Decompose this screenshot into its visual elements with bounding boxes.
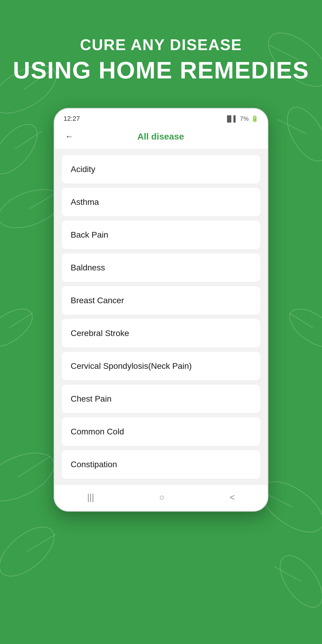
status-bar: 12:27 ▐▌▌ 7% 🔋 [55,109,267,126]
svg-line-17 [274,566,301,581]
phone-frame: 12:27 ▐▌▌ 7% 🔋 ← All disease AcidityAsth… [54,108,268,512]
list-item[interactable]: Back Pain [62,221,260,249]
bottom-nav-home-icon[interactable]: ○ [159,492,165,502]
list-item[interactable]: Baldness [62,253,260,282]
back-button[interactable]: ← [64,130,75,143]
bottom-nav-menu-icon[interactable]: ||| [87,492,94,502]
list-item[interactable]: Cerebral Stroke [62,319,260,348]
list-item[interactable]: Chest Pain [62,385,260,413]
signal-icon: ▐▌▌ [225,115,238,122]
battery-level: 7% [240,115,249,122]
bottom-nav-back-icon[interactable]: < [230,492,235,502]
header-subtitle: CURE ANY DISEASE [0,36,322,54]
list-item[interactable]: Common Cold [62,417,260,446]
header-title: USING HOME REMEDIES [0,57,322,84]
list-item[interactable]: Cervical Spondylosis(Neck Pain) [62,352,260,380]
page-title: All disease [75,131,247,142]
bottom-nav: ||| ○ < [55,485,267,511]
battery-icon: 🔋 [251,115,258,122]
phone-container: 12:27 ▐▌▌ 7% 🔋 ← All disease AcidityAsth… [0,102,322,512]
svg-point-12 [0,518,63,585]
header-section: CURE ANY DISEASE USING HOME REMEDIES [0,0,322,102]
disease-list: AcidityAsthmaBack PainBaldnessBreast Can… [55,149,267,485]
list-item[interactable]: Breast Cancer [62,286,260,315]
list-item[interactable]: Acidity [62,155,260,184]
svg-point-16 [272,548,322,614]
status-right: ▐▌▌ 7% 🔋 [225,115,258,122]
app-nav-bar: ← All disease [55,126,267,149]
list-item[interactable]: Constipation [62,450,260,479]
list-item[interactable]: Asthma [62,188,260,216]
svg-line-13 [27,534,57,552]
status-time: 12:27 [64,115,80,123]
